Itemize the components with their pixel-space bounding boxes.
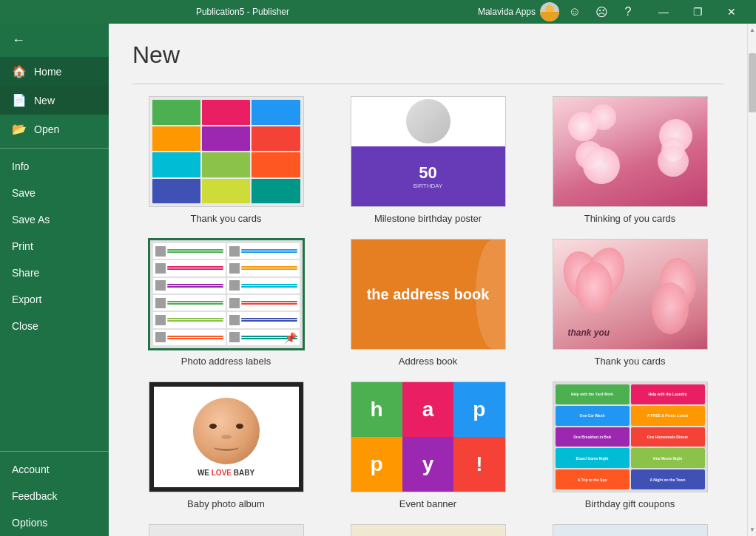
svg-point-1: [540, 2, 559, 21]
template-photo-labels[interactable]: Photo address labels 📌 Photo address lab…: [132, 239, 320, 367]
sidebar-item-export[interactable]: Export: [0, 286, 109, 313]
template-label-thankyou2: Thank you cards: [594, 356, 665, 367]
sidebar-item-print[interactable]: Print: [0, 233, 109, 259]
template-label-thinking: Thinking of you cards: [584, 213, 676, 224]
template-address-book[interactable]: the address book Address book: [334, 239, 522, 367]
template-label-event-banner: Event banner: [399, 498, 456, 509]
sidebar-label-export: Export: [12, 294, 41, 305]
section-divider: [132, 84, 723, 84]
sidebar-label-close: Close: [12, 320, 38, 332]
minimize-button[interactable]: —: [647, 0, 681, 24]
baby-text: WE LOVE BABY: [198, 469, 254, 477]
sad-icon[interactable]: ☹: [590, 1, 612, 23]
template-label-photo-labels: Photo address labels: [181, 356, 271, 367]
sidebar-label-print: Print: [12, 240, 33, 252]
template-thumb-thankyou1: [149, 96, 304, 207]
maximize-button[interactable]: ❐: [681, 0, 715, 24]
sidebar-item-account[interactable]: Account: [0, 456, 109, 483]
scrollbar-thumb[interactable]: [749, 53, 756, 112]
new-icon: 📄: [12, 93, 27, 107]
template-label-thankyou1: Thank you cards: [190, 213, 261, 224]
sidebar-item-save-as[interactable]: Save As: [0, 206, 109, 233]
sidebar-label-account: Account: [12, 464, 50, 475]
template-label-milestone: Milestone birthday poster: [374, 213, 482, 224]
sidebar-label-new: New: [34, 95, 55, 106]
titlebar-title: Publication5 - Publisher: [7, 7, 478, 17]
template-thumb-bottom1: [149, 524, 304, 536]
sidebar-item-new[interactable]: 📄 New: [0, 86, 109, 115]
template-bottom-2[interactable]: [334, 524, 522, 536]
template-thumb-bottom2: [351, 524, 506, 536]
template-thumb-address-book: the address book: [351, 239, 506, 350]
template-bottom-3[interactable]: [536, 524, 723, 536]
template-label-baby: Baby photo album: [187, 498, 265, 509]
main-layout: ← 🏠 Home 📄 New 📂 Open Info Save Save As …: [0, 24, 756, 536]
template-thumb-thankyou2: thank you: [553, 239, 708, 350]
template-bottom-1[interactable]: [132, 524, 320, 536]
template-label-birthday-coupons: Birthday gift coupons: [585, 498, 675, 509]
template-thumb-thinking: [553, 96, 708, 207]
home-icon: 🏠: [12, 64, 27, 78]
template-thank-you-2[interactable]: thank you Thank you cards: [536, 239, 723, 367]
template-thumb-photo-labels: Photo address labels 📌: [149, 239, 304, 350]
open-icon: 📂: [12, 122, 27, 136]
close-button[interactable]: ✕: [715, 0, 749, 24]
scrollbar-up-arrow[interactable]: ▲: [748, 24, 756, 36]
sidebar-item-home[interactable]: 🏠 Home: [0, 57, 109, 86]
user-name: Malavida Apps: [478, 7, 536, 17]
pin-icon: 📌: [284, 332, 297, 344]
sidebar-bottom: Account Feedback Options: [0, 451, 109, 536]
sidebar-item-save[interactable]: Save: [0, 180, 109, 206]
help-icon[interactable]: ?: [617, 1, 639, 23]
templates-grid: Thank you cards 50 BIRTHDAY Milesto: [132, 96, 723, 509]
sidebar-back-button[interactable]: ←: [0, 24, 109, 57]
sidebar-item-open[interactable]: 📂 Open: [0, 115, 109, 143]
scrollbar[interactable]: ▲ ▼: [747, 24, 756, 536]
sidebar-label-options: Options: [12, 517, 47, 529]
template-thumb-bottom3: [553, 524, 708, 536]
sidebar-label-save-as: Save As: [12, 214, 50, 225]
sidebar: ← 🏠 Home 📄 New 📂 Open Info Save Save As …: [0, 24, 109, 536]
emoji-icon[interactable]: ☺: [564, 1, 586, 23]
template-birthday-coupons[interactable]: Help with the Yard Work Help with the La…: [536, 381, 723, 509]
sidebar-label-home: Home: [34, 66, 61, 78]
back-arrow-icon: ←: [12, 33, 25, 48]
template-thinking[interactable]: Thinking of you cards: [536, 96, 723, 224]
window-controls: — ❐ ✕: [647, 0, 749, 24]
sidebar-item-options[interactable]: Options: [0, 509, 109, 536]
sidebar-label-save: Save: [12, 187, 36, 199]
avatar: [540, 2, 559, 21]
sidebar-item-share[interactable]: Share: [0, 259, 109, 286]
template-thumb-birthday-coupons: Help with the Yard Work Help with the La…: [553, 381, 708, 492]
sidebar-item-close[interactable]: Close: [0, 313, 109, 339]
sidebar-label-open: Open: [34, 123, 59, 135]
template-thumb-event-banner: h a p p y !: [351, 381, 506, 492]
sidebar-label-share: Share: [12, 267, 39, 279]
content-area: New Thank you cards: [109, 24, 747, 536]
sidebar-item-feedback[interactable]: Feedback: [0, 483, 109, 509]
template-thank-you-cards-1[interactable]: Thank you cards: [132, 96, 320, 224]
template-event-banner[interactable]: h a p p y ! Event banner: [334, 381, 522, 509]
sidebar-label-feedback: Feedback: [12, 490, 57, 502]
template-label-address-book: Address book: [399, 356, 458, 367]
bottom-templates-grid: [132, 524, 723, 536]
template-milestone[interactable]: 50 BIRTHDAY Milestone birthday poster: [334, 96, 522, 224]
titlebar-user-area: Malavida Apps ☺ ☹ ?: [478, 1, 639, 23]
scrollbar-down-arrow[interactable]: ▼: [748, 523, 756, 536]
sidebar-item-info[interactable]: Info: [0, 153, 109, 180]
template-thumb-baby: WE LOVE BABY: [149, 381, 304, 492]
template-thumb-milestone: 50 BIRTHDAY: [351, 96, 506, 207]
sidebar-label-info: Info: [12, 160, 29, 172]
page-title: New: [132, 41, 723, 69]
titlebar: Publication5 - Publisher Malavida Apps ☺…: [0, 0, 756, 24]
template-baby-photo-album[interactable]: WE LOVE BABY Baby photo album: [132, 381, 320, 509]
